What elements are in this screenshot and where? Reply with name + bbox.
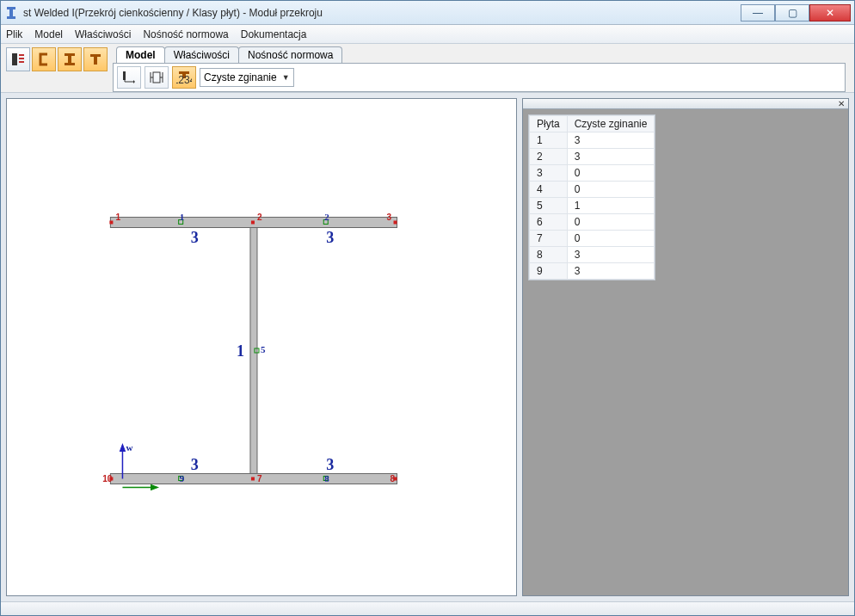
dimensions-button[interactable]: [145, 66, 169, 89]
tab-panel: 1234 Czyste zginanie ▼: [113, 63, 846, 92]
table-row[interactable]: 93: [530, 263, 655, 280]
table-row[interactable]: 30: [530, 165, 655, 182]
tab-nosnosc[interactable]: Nośność normowa: [238, 46, 342, 63]
svg-rect-4: [19, 54, 24, 56]
tabs-area: Model Właściwości Nośność normowa 1234 C…: [113, 44, 854, 92]
row-value: 0: [567, 231, 655, 247]
col-plyta[interactable]: Płyta: [530, 116, 568, 132]
menu-dokumentacja[interactable]: Dokumentacja: [241, 28, 307, 40]
menu-plik[interactable]: Plik: [6, 28, 22, 40]
i-section-button[interactable]: [58, 47, 82, 71]
row-id: 2: [530, 149, 568, 165]
local-axes-icon: [121, 70, 137, 85]
svg-text:1: 1: [180, 212, 185, 222]
menu-model[interactable]: Model: [34, 28, 63, 40]
svg-rect-5: [19, 58, 24, 59]
minimize-button[interactable]: ―: [741, 4, 775, 22]
window-buttons: ― ▢ ✕: [741, 4, 851, 22]
row-value: 3: [567, 132, 655, 149]
svg-text:3: 3: [326, 456, 334, 473]
numbering-icon: 1234: [176, 70, 192, 85]
col-czyste-zginanie[interactable]: Czyste zginanie: [567, 116, 655, 132]
svg-text:w: w: [126, 442, 132, 453]
left-toolbar: [1, 44, 113, 75]
dimensions-icon: [149, 70, 164, 85]
row-value: 0: [567, 165, 655, 182]
section-list-icon: [10, 52, 26, 67]
t-section-button[interactable]: [83, 47, 108, 71]
svg-marker-48: [120, 444, 125, 451]
toolbar-row: Model Właściwości Nośność normowa 1234 C…: [1, 44, 854, 92]
row-value: 0: [567, 214, 655, 231]
svg-rect-7: [65, 53, 75, 56]
combo-value: Czyste zginanie: [204, 71, 277, 83]
svg-text:10: 10: [102, 474, 113, 484]
svg-text:3: 3: [191, 456, 199, 473]
t-section-icon: [88, 52, 103, 67]
menu-wlasciwosci[interactable]: Właściwości: [75, 28, 131, 40]
svg-text:9: 9: [180, 473, 185, 484]
svg-text:1: 1: [237, 342, 244, 360]
maximize-button[interactable]: ▢: [775, 4, 809, 22]
workspace: 1 1 2 2 3 10 9 7 8 8 5 3 3 1 3 3: [1, 92, 854, 601]
row-id: 5: [530, 198, 568, 214]
table-row[interactable]: 40: [530, 182, 655, 198]
numbering-button[interactable]: 1234: [172, 66, 196, 89]
svg-rect-21: [251, 220, 255, 224]
close-button[interactable]: ✕: [809, 4, 851, 22]
svg-text:3: 3: [386, 213, 391, 222]
table-row[interactable]: 70: [530, 231, 655, 247]
svg-rect-19: [250, 228, 257, 474]
row-id: 7: [530, 231, 568, 247]
app-icon: [4, 6, 18, 20]
tabs: Model Właściwości Nośność normowa: [113, 46, 854, 63]
side-panel-body: Płyta Czyste zginanie 132330405160708393: [523, 109, 848, 288]
svg-text:7: 7: [257, 474, 262, 484]
display-mode-combo[interactable]: Czyste zginanie ▼: [200, 68, 294, 87]
side-panel-header: ✕: [523, 99, 848, 109]
titlebar: st Welded I(Przekrój cienkościenny / Kla…: [1, 1, 854, 25]
chevron-down-icon: ▼: [282, 73, 290, 82]
svg-text:8: 8: [324, 473, 329, 484]
row-id: 9: [530, 263, 568, 280]
close-panel-icon[interactable]: ✕: [838, 99, 845, 108]
row-value: 3: [567, 263, 655, 280]
table-row[interactable]: 51: [530, 198, 655, 214]
table-row[interactable]: 13: [530, 132, 655, 149]
table-row[interactable]: 60: [530, 214, 655, 231]
row-id: 4: [530, 182, 568, 198]
table-row[interactable]: 83: [530, 247, 655, 263]
svg-text:1234: 1234: [176, 74, 192, 85]
table-row[interactable]: 23: [530, 149, 655, 165]
svg-rect-26: [251, 477, 255, 480]
menu-nosnosc[interactable]: Nośność normowa: [143, 28, 228, 40]
svg-text:8: 8: [391, 474, 396, 484]
section-drawing: 1 1 2 2 3 10 9 7 8 8 5 3 3 1 3 3: [7, 99, 516, 608]
window-title: st Welded I(Przekrój cienkościenny / Kla…: [23, 7, 741, 19]
svg-text:5: 5: [261, 344, 266, 354]
row-value: 3: [567, 149, 655, 165]
plate-class-table[interactable]: Płyta Czyste zginanie 132330405160708393: [528, 114, 655, 280]
svg-rect-12: [123, 71, 126, 80]
i-section-icon: [62, 52, 77, 67]
tab-model[interactable]: Model: [116, 46, 165, 63]
svg-rect-20: [109, 220, 113, 224]
svg-rect-0: [7, 7, 15, 9]
svg-text:1: 1: [115, 213, 120, 222]
tab-wlasciwosci[interactable]: Właściwości: [164, 46, 239, 63]
svg-rect-1: [9, 9, 13, 16]
canvas-panel[interactable]: 1 1 2 2 3 10 9 7 8 8 5 3 3 1 3 3: [6, 98, 517, 596]
svg-rect-8: [68, 56, 71, 63]
row-id: 6: [530, 214, 568, 231]
svg-rect-3: [12, 53, 17, 65]
section-list-button[interactable]: [6, 47, 30, 71]
c-section-button[interactable]: [32, 47, 56, 71]
svg-text:2: 2: [257, 213, 262, 222]
row-value: 3: [567, 247, 655, 263]
local-axes-button[interactable]: [117, 66, 141, 89]
svg-text:3: 3: [326, 229, 334, 246]
svg-text:3: 3: [191, 229, 199, 246]
app-window: st Welded I(Przekrój cienkościenny / Kla…: [0, 0, 855, 616]
menubar: Plik Model Właściwości Nośność normowa D…: [1, 25, 854, 44]
svg-rect-6: [19, 61, 24, 63]
